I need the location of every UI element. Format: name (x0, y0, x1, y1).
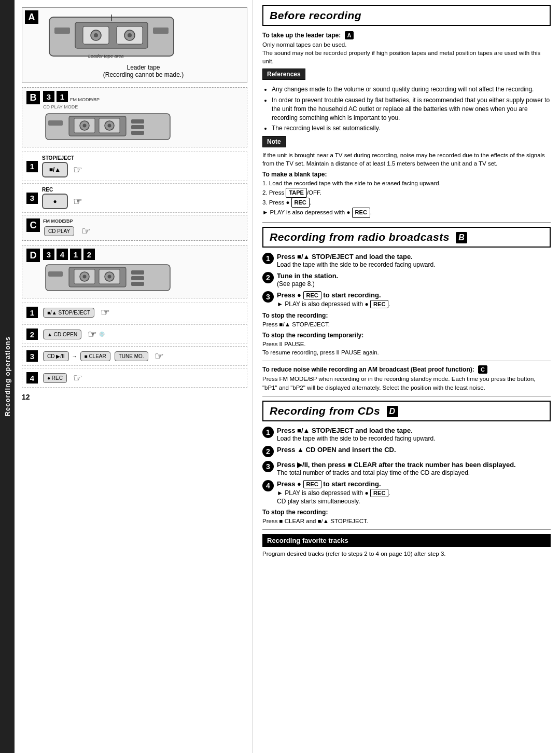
beat-proof-heading: To reduce noise while recording an AM br… (262, 365, 551, 374)
main-content: A (15, 0, 560, 753)
page-number: 12 (22, 393, 247, 401)
step-1-label: STOP/EJECT (42, 155, 82, 161)
radio-broadcasts-label: B (456, 232, 467, 243)
cds-title: Recording from CDs D (270, 405, 398, 417)
references-block: References Any changes made to the volum… (262, 69, 551, 133)
step-1-badge: 1 (26, 161, 38, 172)
cd-step-1: 1 Press ■/▲ STOP/EJECT and load the tape… (262, 427, 551, 442)
step-d4-badge: 4 (26, 372, 38, 384)
svg-rect-20 (131, 119, 144, 124)
radio-step-1-bold: Press ■/▲ STOP/EJECT and load the tape. (277, 253, 551, 261)
leader-tape-label: A (345, 31, 354, 39)
cd-stop-text: Press ■ CLEAR and ■/▲ STOP/EJECT. (262, 517, 551, 525)
step-3-button-area: ● ☞ (42, 194, 82, 209)
tape-btn: TAPE (286, 188, 307, 198)
svg-rect-35 (48, 271, 63, 277)
cd-play-label: CD PLAY MODE (43, 104, 243, 109)
cds-label: D (387, 406, 398, 417)
blank-step-3: 3. Press ● REC. (262, 198, 551, 208)
radio-step-3: 3 Press ● REC to start recording. ► PLAY… (262, 291, 551, 308)
radio-step-3-sub: ► PLAY is also depressed with ● REC. (277, 300, 551, 308)
hand-d3: ☞ (155, 350, 164, 362)
hand-d1: ☞ (101, 306, 110, 319)
blank-step-2: 2. Press TAPE/OFF. (262, 188, 551, 198)
radio-broadcasts-section: Recording from radio broadcasts B (262, 227, 551, 248)
panel-b-label: B (26, 91, 40, 104)
radio-step-num-2: 2 (262, 272, 274, 283)
stop-recording-text: Press ■/▲ STOP/EJECT. (262, 320, 551, 328)
cd-stop-heading: To stop the recording: (262, 509, 551, 516)
rec-btn-inline-2: REC (370, 300, 388, 308)
cd-step-4-sub: ► PLAY is also depressed with ● REC. (277, 489, 551, 497)
rec-btn: ● (42, 194, 68, 209)
note-label: Note (262, 136, 286, 147)
svg-rect-32 (131, 270, 144, 275)
cd-open-btn: ▲ CD OPEN (43, 330, 81, 339)
note-block: Note If the unit is brought near a TV se… (262, 136, 551, 168)
recording-fav-header: Recording favorite tracks (262, 534, 551, 547)
svg-rect-22 (131, 131, 144, 135)
rec-btn-inline: REC (303, 291, 321, 299)
fm-mode-label: FM MODE/BP (70, 97, 100, 102)
left-step-1: 1 STOP/EJECT ■/▲ ☞ (22, 152, 247, 181)
cd-step-4-sub2: CD play starts simultaneously. (277, 498, 551, 505)
step-1-button-area: ■/▲ ☞ (42, 162, 82, 177)
step-d3-content: CD ▶/II → ■ CLEAR TUNE MO. ☞ (42, 350, 164, 362)
panel-b-badges: 3 1 FM MODE/BP (43, 91, 243, 102)
blank-tape-block: To make a blank tape: 1. Load the record… (262, 171, 551, 217)
rec-btn-d4: ● REC (43, 373, 67, 383)
stop-recording-heading: To stop the recording: (262, 312, 551, 319)
panel-d: D 3 4 1 2 (22, 245, 247, 298)
cd-step-3-content: Press ▶/II, then press ■ CLEAR after the… (277, 461, 551, 476)
panel-d-badges: 3 4 1 2 (43, 249, 243, 260)
resume-text: To resume recording, press II PAUSE agai… (262, 348, 551, 357)
sidebar-label: Recording operations (4, 336, 11, 416)
step-3-content: REC ● ☞ (42, 187, 82, 209)
hand-cursor-1: ☞ (73, 163, 82, 176)
blank-step-1: 1. Load the recorded tape with the side … (262, 179, 551, 187)
step-d1-content: ■/▲ STOP/EJECT ☞ (42, 306, 110, 319)
radio-step-num-3: 3 (262, 291, 274, 303)
stop-eject-btn: ■/▲ (42, 162, 68, 177)
blank-tape-heading: To make a blank tape: (262, 171, 551, 178)
panel-a: A (22, 7, 247, 83)
d-badge-3: 3 (43, 249, 54, 260)
panel-a-caption: Leader tape (Recording cannot be made.) (44, 64, 243, 78)
cd-step-1-sub: Load the tape with the side to be record… (277, 435, 551, 442)
step-3-badge: 3 (26, 193, 38, 204)
beat-proof-block: To reduce noise while recording an AM br… (262, 365, 551, 391)
cd-step-2-content: Press ▲ CD OPEN and insert the CD. (277, 446, 551, 454)
arrow-right: → (72, 353, 77, 359)
references-label: References (262, 69, 305, 80)
svg-rect-8 (54, 28, 70, 34)
panel-a-label: A (25, 10, 38, 24)
svg-point-16 (83, 124, 87, 128)
note-text: If the unit is brought near a TV set dur… (262, 151, 551, 168)
ref-item-2: The recording level is set automatically… (272, 124, 551, 133)
cassette-illus-a: Leader tape area (44, 12, 179, 61)
d-badge-4: 4 (57, 249, 68, 260)
svg-point-31 (108, 275, 111, 279)
svg-rect-33 (131, 276, 144, 280)
radio-step-1: 1 Press ■/▲ STOP/EJECT and load the tape… (262, 253, 551, 268)
step-3-label: REC (42, 187, 82, 193)
cd-step-3-sub: The total number of tracks and total pla… (277, 469, 551, 476)
beat-proof-text: Press FM MODE/BP when recording or in th… (262, 375, 551, 391)
leader-tape-normal: Only normal tapes can be used. (262, 40, 551, 49)
panel-c-hand: ☞ (81, 225, 91, 237)
left-column: A (15, 0, 253, 753)
radio-step-2: 2 Tune in the station. (See page 8.) (262, 272, 551, 287)
badge-3: 3 (43, 91, 54, 102)
panel-c-buttons: CD PLAY ☞ (43, 225, 91, 237)
sidebar: Recording operations (0, 0, 15, 753)
device-illus-b (43, 111, 173, 142)
cd-disc-symbol: 💿 (99, 332, 105, 337)
hand-cursor-3: ☞ (73, 195, 82, 208)
divider-3 (262, 396, 551, 396)
panel-c: C FM MODE/BP CD PLAY ☞ (22, 215, 247, 241)
clear-btn: ■ CLEAR (80, 351, 110, 361)
hand-d2: ☞ (88, 328, 97, 340)
leader-tape-desc: The sound may not be recorded properly i… (262, 49, 551, 65)
divider-1 (262, 222, 551, 223)
radio-step-2-bold: Tune in the station. (277, 272, 551, 280)
